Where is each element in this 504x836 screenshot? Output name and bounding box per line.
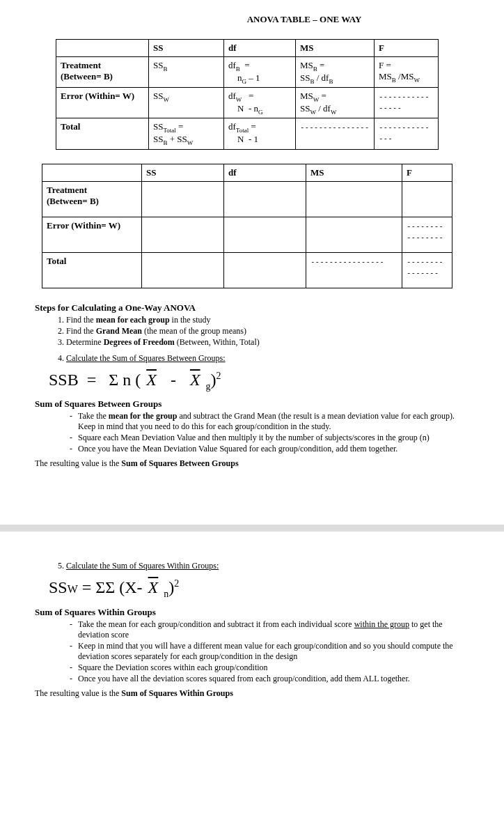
list-item: Calculate the Sum of Squares Between Gro…	[66, 353, 469, 364]
anova-formula-table: SS df MS F Treatment(Between= B) SSB dfB…	[56, 39, 439, 150]
list-item: Once you have all the deviation scores s…	[70, 674, 469, 684]
ssw-bullets: Take the mean for each group/condition a…	[35, 619, 469, 684]
table-row: Treatment(Between= B) SSB dfB = nG – 1 M…	[56, 57, 439, 88]
list-item: Take the mean for the group and subtract…	[70, 411, 469, 432]
list-item: Take the mean for each group/condition a…	[70, 619, 469, 640]
formula-ssb: SSB = Σ n ( X - X g)2	[49, 371, 469, 392]
ssb-bullets: Take the mean for the group and subtract…	[35, 411, 469, 454]
col-ms: MS	[296, 40, 375, 57]
list-item: Calculate the Sum of Squares Within Grou…	[66, 561, 469, 571]
ssb-result: The resulting value is the Sum of Square…	[35, 458, 469, 469]
col-f: F	[375, 40, 439, 57]
col-df: df	[224, 164, 306, 181]
page-title: ANOVA TABLE – ONE WAY	[139, 14, 469, 25]
anova-blank-table: SS df MS F Treatment(Between= B) Error (…	[42, 164, 452, 288]
step-4: Calculate the Sum of Squares Between Gro…	[35, 353, 469, 364]
page-divider	[0, 525, 504, 532]
list-item: Determine Degrees of Freedom (Between, W…	[66, 337, 469, 348]
list-item: Find the Grand Mean (the mean of the gro…	[66, 326, 469, 336]
table-row: Error (Within= W) SSW dfW = N - nG MSW =…	[56, 88, 439, 118]
table-row: Total SSTotal =SSB + SSW dfTotal = N - 1…	[56, 118, 439, 149]
ssw-result: The resulting value is the Sum of Square…	[35, 688, 469, 699]
document-page-1: ANOVA TABLE – ONE WAY SS df MS F Treatme…	[0, 0, 504, 483]
col-f: F	[402, 164, 452, 181]
list-item: Square each Mean Deviation Value and the…	[70, 433, 469, 443]
col-ms: MS	[306, 164, 402, 181]
table-row: Total ---------------- ---------------	[42, 252, 452, 288]
formula-ssw: SSW = ΣΣ (X- X n)2	[49, 578, 469, 600]
table-row: Treatment(Between= B)	[42, 181, 452, 217]
col-ss: SS	[142, 164, 224, 181]
list-item: Find the mean for each group in the stud…	[66, 315, 469, 325]
ssb-heading: Sum of Squares Between Groups	[35, 398, 469, 410]
ssw-heading: Sum of Squares Within Groups	[35, 607, 469, 618]
list-item: Keep in mind that you will have a differ…	[70, 641, 469, 662]
col-df: df	[224, 40, 296, 57]
step-5: Calculate the Sum of Squares Within Grou…	[35, 561, 469, 571]
col-ss: SS	[149, 40, 224, 57]
steps-heading: Steps for Calculating a One-Way ANOVA	[35, 302, 469, 314]
table-row: Error (Within= W) ----------------	[42, 217, 452, 252]
list-item: Once you have the Mean Deviation Value S…	[70, 444, 469, 454]
document-page-2: Calculate the Sum of Squares Within Grou…	[0, 532, 504, 713]
list-item: Square the Deviation scores within each …	[70, 663, 469, 673]
steps-list: Find the mean for each group in the stud…	[35, 315, 469, 348]
